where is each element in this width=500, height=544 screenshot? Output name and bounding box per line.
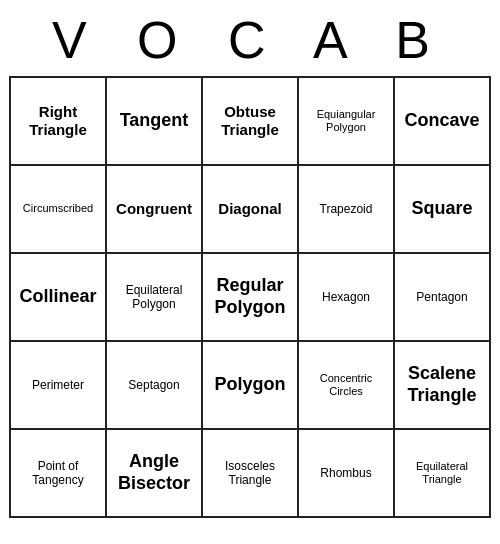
cell-r2-c3: Hexagon	[298, 253, 394, 341]
cell-r1-c2: Diagonal	[202, 165, 298, 253]
cell-r0-c2: Obtuse Triangle	[202, 77, 298, 165]
cell-r3-c0: Perimeter	[10, 341, 106, 429]
bingo-title: V O C A B	[0, 0, 500, 76]
cell-r2-c2: Regular Polygon	[202, 253, 298, 341]
cell-r4-c3: Rhombus	[298, 429, 394, 517]
cell-r4-c2: Isosceles Triangle	[202, 429, 298, 517]
cell-r4-c0: Point of Tangency	[10, 429, 106, 517]
cell-r4-c4: Equilateral Triangle	[394, 429, 490, 517]
cell-r3-c1: Septagon	[106, 341, 202, 429]
cell-r0-c0: Right Triangle	[10, 77, 106, 165]
cell-r3-c2: Polygon	[202, 341, 298, 429]
cell-r0-c1: Tangent	[106, 77, 202, 165]
cell-r1-c3: Trapezoid	[298, 165, 394, 253]
cell-r3-c4: Scalene Triangle	[394, 341, 490, 429]
cell-r3-c3: Concentric Circles	[298, 341, 394, 429]
bingo-table: Right TriangleTangentObtuse TriangleEqui…	[9, 76, 491, 518]
cell-r1-c1: Congruent	[106, 165, 202, 253]
cell-r1-c0: Circumscribed	[10, 165, 106, 253]
cell-r1-c4: Square	[394, 165, 490, 253]
cell-r0-c3: Equiangular Polygon	[298, 77, 394, 165]
cell-r2-c4: Pentagon	[394, 253, 490, 341]
cell-r2-c0: Collinear	[10, 253, 106, 341]
cell-r2-c1: Equilateral Polygon	[106, 253, 202, 341]
cell-r0-c4: Concave	[394, 77, 490, 165]
cell-r4-c1: Angle Bisector	[106, 429, 202, 517]
